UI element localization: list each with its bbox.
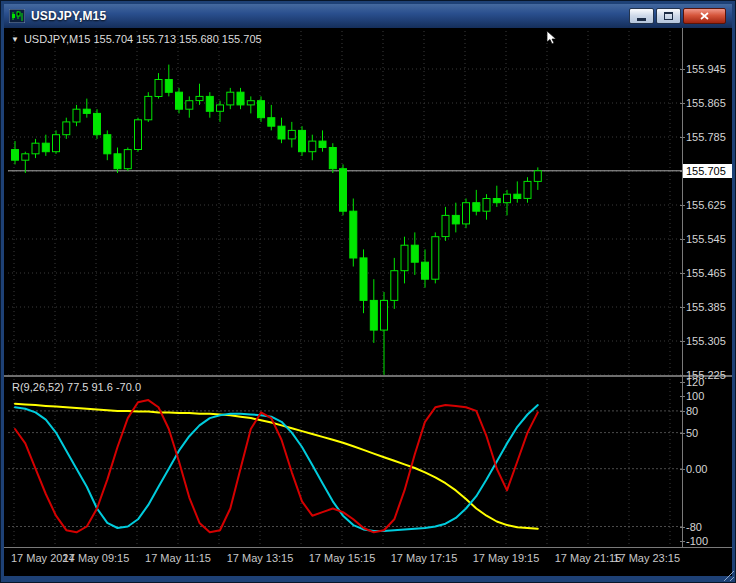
chart-app-icon[interactable] xyxy=(9,9,25,23)
time-axis-label: 17 May 15:15 xyxy=(309,552,376,564)
indicator-axis[interactable]: 12010080500.00-80-100 xyxy=(682,28,732,547)
maximize-icon xyxy=(664,12,673,20)
time-axis-label: 17 May 11:15 xyxy=(145,552,211,564)
panel-separator[interactable] xyxy=(4,375,732,377)
current-price-tag: 155.705 xyxy=(683,164,732,178)
titlebar[interactable]: USDJPY,M15 xyxy=(4,4,732,28)
indicator-axis-label: 100 xyxy=(686,390,704,402)
time-axis-label: 17 May 19:15 xyxy=(473,552,540,564)
minimize-button[interactable] xyxy=(629,8,654,24)
window-controls xyxy=(629,8,726,24)
time-axis-border xyxy=(4,547,732,548)
time-axis-label: 17 May 17:15 xyxy=(391,552,458,564)
main-chart-canvas[interactable] xyxy=(8,31,682,375)
indicator-axis-label: 50 xyxy=(686,427,698,439)
indicator-axis-label: 0.00 xyxy=(686,463,707,475)
mouse-cursor xyxy=(546,31,558,49)
close-icon xyxy=(700,12,709,20)
indicator-label: R(9,26,52) 77.5 91.6 -70.0 xyxy=(12,381,141,393)
indicator-axis-label: -100 xyxy=(686,535,708,547)
candles-layer xyxy=(12,65,542,375)
indicator-axis-label: -80 xyxy=(686,521,702,533)
ohlc-info-bar: ▼ USDJPY,M15 155.704 155.713 155.680 155… xyxy=(11,33,262,45)
indicator-axis-label: 120 xyxy=(686,376,704,388)
time-axis-label: 17 May 09:15 xyxy=(63,552,130,564)
chart-dropdown-arrow-icon[interactable]: ▼ xyxy=(11,35,19,44)
close-button[interactable] xyxy=(683,8,726,24)
maximize-button[interactable] xyxy=(656,8,681,24)
time-axis-label: 17 May 21:15 xyxy=(555,552,622,564)
mt4-chart-window: USDJPY,M15 ▼ USDJPY,M15 155.704 155.713 … xyxy=(0,0,736,583)
indicator-axis-label: 80 xyxy=(686,405,698,417)
time-axis[interactable]: 17 May 202417 May 09:1517 May 11:1517 Ma… xyxy=(4,549,732,571)
ohlc-info-text: USDJPY,M15 155.704 155.713 155.680 155.7… xyxy=(24,33,262,45)
window-title: USDJPY,M15 xyxy=(31,9,106,23)
minimize-icon xyxy=(637,18,646,21)
time-axis-label: 17 May 13:15 xyxy=(227,552,294,564)
chart-client-area: ▼ USDJPY,M15 155.704 155.713 155.680 155… xyxy=(4,28,732,576)
indicator-grid-layer xyxy=(8,379,682,545)
yellow-indicator-line xyxy=(15,404,538,529)
time-axis-label: 17 May 23:15 xyxy=(613,552,680,564)
indicator-canvas[interactable] xyxy=(8,379,682,545)
